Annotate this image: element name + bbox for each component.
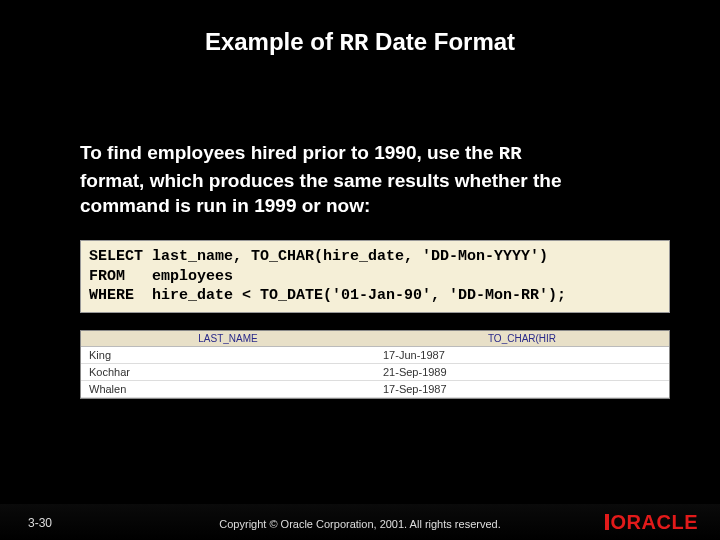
cell-date: 17-Jun-1987 xyxy=(375,347,669,364)
table-header-tochar: TO_CHAR(HIR xyxy=(375,331,669,347)
logo-text: ORACLE xyxy=(611,511,698,533)
cell-lastname: King xyxy=(81,347,375,364)
table-header-lastname: LAST_NAME xyxy=(81,331,375,347)
table-header-row: LAST_NAME TO_CHAR(HIR xyxy=(81,331,669,347)
body-line2: format, which produces the same results … xyxy=(80,170,561,191)
body-line3: command is run in 1999 or now: xyxy=(80,195,370,216)
logo-bar-icon xyxy=(605,514,609,530)
table-row: Kochhar 21-Sep-1989 xyxy=(81,364,669,381)
slide: Example of RR Date Format To find employ… xyxy=(0,0,720,540)
title-code: RR xyxy=(340,30,369,57)
oracle-logo: ORACLE xyxy=(605,511,698,534)
result-table: LAST_NAME TO_CHAR(HIR King 17-Jun-1987 K… xyxy=(80,330,670,399)
slide-title: Example of RR Date Format xyxy=(0,0,720,57)
title-prefix: Example of xyxy=(205,28,340,55)
sql-code-block: SELECT last_name, TO_CHAR(hire_date, 'DD… xyxy=(80,240,670,313)
title-suffix: Date Format xyxy=(368,28,515,55)
body-line1-code: RR xyxy=(499,143,522,165)
table-row: King 17-Jun-1987 xyxy=(81,347,669,364)
cell-lastname: Whalen xyxy=(81,381,375,398)
footer: 3-30 Copyright © Oracle Corporation, 200… xyxy=(0,504,720,540)
cell-date: 21-Sep-1989 xyxy=(375,364,669,381)
table-row: Whalen 17-Sep-1987 xyxy=(81,381,669,398)
cell-lastname: Kochhar xyxy=(81,364,375,381)
body-paragraph: To find employees hired prior to 1990, u… xyxy=(80,140,640,219)
cell-date: 17-Sep-1987 xyxy=(375,381,669,398)
body-line1-prefix: To find employees hired prior to 1990, u… xyxy=(80,142,499,163)
